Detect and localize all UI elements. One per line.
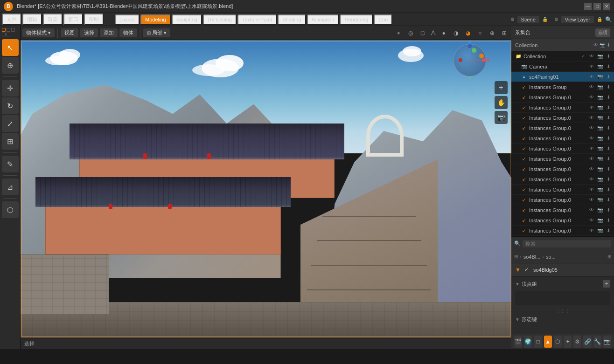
viewport-shading-material[interactable]: ◑: [451, 28, 461, 38]
properties-search-input[interactable]: [523, 240, 611, 247]
ig0-arr-8[interactable]: ⬇: [605, 165, 612, 173]
paving-eye[interactable]: 👁: [588, 73, 595, 81]
add-primitive-tool[interactable]: ⬡: [2, 201, 19, 218]
ig0-eye-5[interactable]: 👁: [588, 135, 595, 142]
ig0-eye-8[interactable]: 👁: [588, 165, 595, 173]
tab-animation[interactable]: Animation: [307, 14, 339, 25]
ig0-cam-13[interactable]: 📷: [596, 217, 604, 224]
cursor-tool[interactable]: ⊕: [2, 57, 19, 74]
vertex-group-add-btn[interactable]: +: [603, 280, 610, 288]
ig0-cam-10[interactable]: 📷: [596, 186, 604, 193]
object-button[interactable]: 物体: [119, 28, 137, 37]
tab-layout[interactable]: Layout: [115, 14, 140, 25]
menu-edit[interactable]: 编辑: [22, 14, 42, 25]
ig0-arr-1[interactable]: ⬇: [605, 94, 612, 101]
ig0-eye-4[interactable]: 👁: [588, 124, 595, 132]
outliner-collection-item[interactable]: 📁 Collection ✓ 👁 📷 ⬇: [511, 51, 614, 62]
ig0-arr-10[interactable]: ⬇: [605, 186, 612, 193]
hand-tool-icon[interactable]: ✋: [495, 96, 508, 109]
ig0-arr-11[interactable]: ⬇: [605, 196, 612, 204]
outliner-camera-item[interactable]: 📷 Camera 👁 📷 ⬇: [511, 62, 614, 72]
ig0-arr-7[interactable]: ⬇: [605, 155, 612, 163]
menu-file[interactable]: 文件: [2, 14, 21, 25]
outliner-inst-g0-1[interactable]: ↙ Instances Group.0 👁 📷 ⬇: [511, 92, 614, 103]
ig0-eye-9[interactable]: 👁: [588, 176, 595, 183]
ig0-eye-14[interactable]: 👁: [588, 227, 595, 234]
breadcrumb-so[interactable]: so...: [546, 254, 556, 260]
snap-toggle[interactable]: ⌖: [393, 28, 404, 38]
viewport-shading-wireframe[interactable]: ○: [475, 28, 485, 38]
outliner-inst-g0-12[interactable]: ↙ Instances Group.0 👁 📷 ⬇: [511, 205, 614, 215]
outliner-inst-g0-7[interactable]: ↙ Instances Group.0 👁 📷 ⬇: [511, 154, 614, 164]
tab-uv-editing[interactable]: UV Editing: [203, 14, 237, 25]
ig0-cam-3[interactable]: 📷: [596, 114, 604, 122]
transform-tool[interactable]: ⊞: [2, 133, 19, 150]
props-tab-constraints[interactable]: 🔗: [583, 336, 591, 348]
inst-eye[interactable]: 👁: [588, 83, 595, 91]
ig0-cam-9[interactable]: 📷: [596, 176, 604, 183]
ig0-cam-1[interactable]: 📷: [596, 94, 604, 101]
view-layer-label[interactable]: View Layer: [561, 16, 594, 23]
camera-arr[interactable]: ⬇: [605, 63, 612, 70]
props-tab-scene[interactable]: 🎬: [514, 336, 522, 348]
outliner-inst-g0-14[interactable]: ↙ Instances Group.0 👁 📷 ⬇: [511, 226, 614, 236]
paving-arr[interactable]: ⬇: [605, 73, 612, 81]
view-mode-button[interactable]: 物体模式 ▾: [22, 28, 55, 37]
camera-view-icon[interactable]: 📷: [495, 111, 508, 124]
ig0-eye-13[interactable]: 👁: [588, 217, 595, 224]
annotate-tool[interactable]: ✎: [2, 156, 19, 172]
select-button[interactable]: 选择: [80, 28, 98, 37]
ig0-eye-6[interactable]: 👁: [588, 145, 595, 152]
ig0-eye-11[interactable]: 👁: [588, 196, 595, 204]
ig0-eye-7[interactable]: 👁: [588, 155, 595, 163]
props-tab-data[interactable]: ▲: [544, 336, 552, 348]
ig0-arr-9[interactable]: ⬇: [605, 176, 612, 183]
overlays-toggle[interactable]: ⊞: [499, 28, 509, 38]
viewport-shading-solid[interactable]: ●: [439, 28, 449, 38]
tab-sculpting[interactable]: Sculpting: [172, 14, 202, 25]
ig0-arr-14[interactable]: ⬇: [605, 227, 612, 234]
props-tab-world[interactable]: 🌍: [524, 336, 532, 348]
inst-arr[interactable]: ⬇: [605, 83, 612, 91]
ig0-cam-12[interactable]: 📷: [596, 206, 604, 214]
tab-texture-paint[interactable]: Texture Paint: [237, 14, 277, 25]
collection-eye[interactable]: 👁: [588, 53, 595, 60]
move-tool[interactable]: ✛: [2, 80, 19, 96]
outliner-inst-g0-2[interactable]: ↙ Instances Group.0 👁 📷 ⬇: [511, 103, 614, 113]
outliner-inst-g0-10[interactable]: ↙ Instances Group.0 👁 📷 ⬇: [511, 185, 614, 195]
gizmo-orb[interactable]: X Y Z: [454, 44, 486, 76]
outliner-options-btn[interactable]: 选项: [595, 28, 610, 37]
ig0-cam-5[interactable]: 📷: [596, 135, 604, 142]
ig0-cam-6[interactable]: 📷: [596, 145, 604, 152]
inst-render[interactable]: 📷: [596, 83, 604, 91]
ig0-arr-12[interactable]: ⬇: [605, 206, 612, 214]
menu-render[interactable]: 渲染: [43, 14, 63, 25]
tab-rendering[interactable]: Rendering: [340, 14, 373, 25]
select-arrow-tool[interactable]: ↖: [2, 39, 19, 56]
measure-tool[interactable]: ⊿: [2, 179, 19, 195]
ig0-eye-1[interactable]: 👁: [588, 94, 595, 101]
ig0-cam-4[interactable]: 📷: [596, 124, 604, 132]
ig0-eye-2[interactable]: 👁: [588, 104, 595, 111]
rotate-tool[interactable]: ↻: [2, 97, 19, 114]
tab-modeling[interactable]: Modeling: [140, 14, 171, 25]
props-tab-material[interactable]: ⬡: [554, 336, 562, 348]
ig0-eye-3[interactable]: 👁: [588, 114, 595, 122]
breadcrumb-so4bl[interactable]: so4Bl...: [523, 254, 541, 260]
ig0-cam-8[interactable]: 📷: [596, 165, 604, 173]
outliner-inst-g0-8[interactable]: ↙ Instances Group.0 👁 📷 ⬇: [511, 164, 614, 174]
props-tab-physics[interactable]: ⚙: [573, 336, 581, 348]
ig0-eye-12[interactable]: 👁: [588, 206, 595, 214]
scene-label[interactable]: Scene: [517, 16, 539, 23]
ig0-eye-10[interactable]: 👁: [588, 186, 595, 193]
props-tab-render[interactable]: 📷: [603, 336, 611, 348]
proportional-edit[interactable]: ◎: [405, 28, 416, 38]
paving-render[interactable]: 📷: [596, 73, 604, 81]
collection-arrow[interactable]: ⬇: [605, 53, 612, 60]
collection-camera[interactable]: 📷: [596, 53, 604, 60]
transform-space-button[interactable]: ⊞ 局部 ▾: [143, 28, 170, 37]
menu-help[interactable]: 帮助: [84, 14, 104, 25]
collection-checkbox[interactable]: ✓: [579, 53, 587, 60]
viewport-canvas[interactable]: X Y Z + ✋ 📷: [21, 40, 511, 338]
tab-shading[interactable]: Shading: [278, 14, 306, 25]
